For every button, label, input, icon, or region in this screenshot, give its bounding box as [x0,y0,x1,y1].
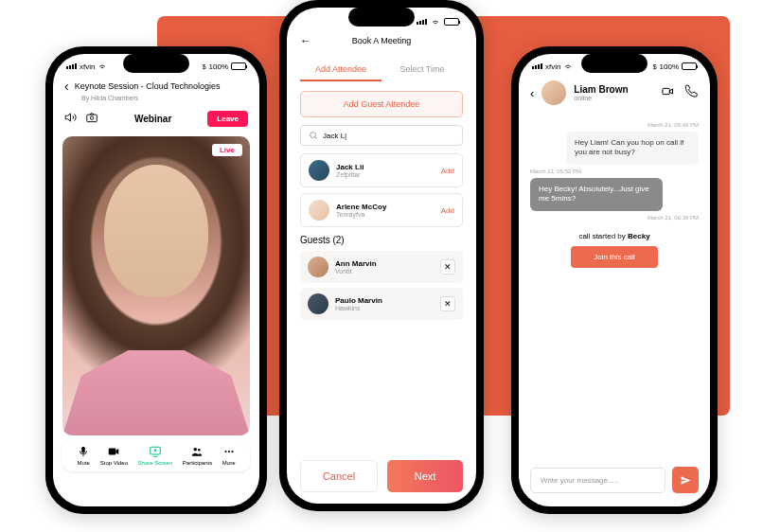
svg-rect-2 [82,447,86,453]
session-title: Keynote Session - Cloud Technologies [75,81,221,91]
back-icon[interactable]: ← [300,34,311,47]
carrier: xfvin [545,62,560,71]
camera-icon[interactable] [85,111,98,127]
svg-point-5 [194,448,198,452]
svg-point-8 [228,451,230,452]
result-org: Tenrayfva [336,211,435,218]
message-input[interactable]: Write your message..... [530,468,665,493]
add-guest-button[interactable]: Add Guest Attendee [300,91,463,117]
mute-button[interactable]: Mute [77,445,90,466]
avatar [308,293,328,314]
avatar [541,80,566,105]
guest-name: Paulo Marvin [335,296,434,305]
share-screen-button[interactable]: Share Screen [138,445,173,466]
participants-button[interactable]: Participants [183,445,212,466]
timestamp: March 21, 06:39 PM [530,215,699,221]
add-button[interactable]: Add [441,167,454,175]
timestamp: March 21, 05:49 PM [530,122,699,128]
chat-user-status: online [574,95,653,101]
result-org: Zetpittar [336,171,435,178]
join-call-button[interactable]: Join this call [571,246,658,268]
guest-item: Paulo Marvin Hawkins ✕ [300,288,463,320]
svg-rect-3 [109,449,116,455]
tab-select-time[interactable]: Select Time [382,59,463,81]
result-name: Arlene McCoy [336,203,435,211]
tab-add-attendee[interactable]: Add Attendee [300,59,382,81]
video-feed: Live [62,136,250,435]
guest-org: Vontit [335,268,434,275]
remove-button[interactable]: ✕ [440,296,455,311]
cancel-button[interactable]: Cancel [300,460,378,492]
battery-pct: 100% [209,62,228,71]
avatar [308,257,328,277]
avatar [309,160,329,181]
next-button[interactable]: Next [387,460,463,492]
screen-label: Webinar [134,114,171,124]
svg-point-10 [311,133,316,138]
guest-org: Hawkins [335,305,434,311]
battery-pct: 100% [660,62,679,71]
more-button[interactable]: More [222,445,236,466]
speaker-icon[interactable] [64,111,78,127]
guest-name: Ann Marvin [335,259,434,268]
message-outgoing: Hey Liam! Can you hop on call if you are… [566,132,699,165]
search-result: Jack Lii Zetpittar Add [300,153,463,187]
remove-button[interactable]: ✕ [440,259,455,275]
avatar [309,200,329,221]
audio-call-icon[interactable] [684,84,699,101]
add-button[interactable]: Add [441,206,454,215]
controls-bar: Mute Stop Video Share Screen Participant… [62,439,250,471]
result-name: Jack Lii [336,163,435,171]
call-status: call started by Becky [530,232,699,240]
video-call-icon[interactable] [661,84,675,101]
phone-webinar: xfvin $100% ‹ Keynote Session - Cloud Te… [45,46,267,514]
timestamp: March 21, 05:52 PM [530,168,699,174]
leave-button[interactable]: Leave [207,111,248,127]
svg-point-6 [198,449,201,452]
phone-booking: 19:02 ← Book A Meeting Add Attendee Sele… [279,0,484,511]
back-icon[interactable]: ‹ [530,86,534,100]
svg-rect-0 [87,115,98,122]
session-byline: By Hilda Chambers [81,95,248,101]
search-input[interactable] [300,125,463,146]
search-result: Arlene McCoy Tenrayfva Add [300,193,463,227]
live-badge: Live [212,144,242,156]
phone-chat: xfvin $100% ‹ Liam Brown online March 21… [511,46,718,514]
svg-point-9 [231,451,233,452]
svg-point-7 [224,451,226,452]
page-title: Book A Meeting [352,36,412,45]
message-incoming: Hey Becky! Absolutely...Just give me 5mi… [530,178,663,211]
back-icon[interactable]: ‹ [64,79,69,94]
stop-video-button[interactable]: Stop Video [100,445,128,466]
guests-header: Guests (2) [300,235,463,245]
carrier: xfvin [80,62,95,71]
search-field[interactable] [323,132,454,140]
chat-user-name: Liam Brown [574,84,653,95]
guest-item: Ann Marvin Vontit ✕ [300,251,463,283]
svg-point-1 [90,116,94,120]
send-button[interactable] [672,467,699,493]
svg-rect-11 [663,88,670,94]
